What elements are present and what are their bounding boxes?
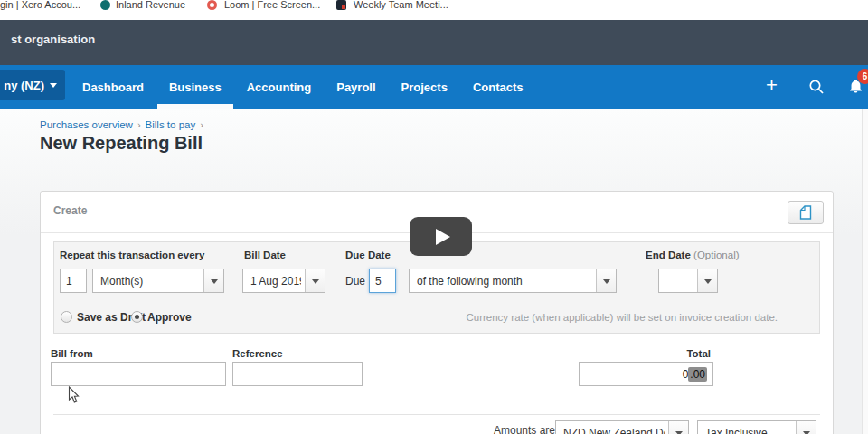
due-prefix: Due	[345, 275, 365, 288]
total-input[interactable]: 0 .00	[579, 362, 713, 386]
breadcrumb-separator: ›	[137, 119, 141, 130]
scrollbar[interactable]	[862, 108, 868, 434]
total-value: 0	[683, 368, 689, 381]
repeat-interval-input[interactable]	[60, 269, 87, 293]
organisation-bar: st organisation	[0, 20, 868, 65]
quick-add-button[interactable]: +	[766, 73, 778, 97]
currency-select[interactable]: NZD New Zealand Dollar	[555, 420, 689, 434]
bill-date-label: Bill Date	[244, 250, 286, 260]
bill-from-input[interactable]	[51, 362, 226, 386]
approve-radio[interactable]	[131, 311, 143, 323]
currency-note: Currency rate (when applicable) will be …	[466, 312, 778, 323]
nav-item-payroll[interactable]: Payroll	[336, 65, 375, 108]
total-value-selected: .00	[688, 367, 707, 382]
caret-down-icon	[596, 269, 616, 292]
bill-from-label: Bill from	[51, 348, 93, 359]
page-title: New Repeating Bill	[40, 133, 203, 154]
end-date-label: End Date (Optional)	[646, 250, 740, 260]
repeat-label: Repeat this transaction every	[60, 250, 204, 260]
bookmark-inland-revenue[interactable]: Inland Revenue	[116, 0, 185, 10]
breadcrumb: Purchases overview›Bills to pay›	[40, 119, 208, 130]
total-label: Total	[686, 348, 711, 359]
tax-select[interactable]: Tax Inclusive	[697, 420, 816, 434]
org-selector-dropdown[interactable]: ny (NZ)	[0, 70, 65, 100]
nav-item-business[interactable]: Business	[169, 65, 222, 108]
video-play-button[interactable]	[410, 217, 472, 256]
bookmark-weekly-meeting[interactable]: Weekly Team Meeti...	[354, 0, 448, 10]
loom-icon	[207, 0, 217, 10]
bookmark-loom[interactable]: Loom | Free Screen...	[224, 0, 320, 10]
browser-bookmarks-bar: gin | Xero Accou... Inland Revenue Loom …	[0, 0, 868, 20]
document-icon	[799, 205, 812, 220]
end-date-select[interactable]	[658, 269, 718, 293]
breadcrumb-separator: ›	[200, 119, 203, 130]
chevron-down-icon	[50, 83, 57, 88]
nav-menu: Dashboard Business Accounting Payroll Pr…	[82, 65, 524, 108]
bookmark-xero-login[interactable]: gin | Xero Accou...	[0, 0, 80, 10]
play-icon	[436, 229, 450, 245]
org-selector-label: ny (NZ)	[4, 79, 44, 92]
search-icon[interactable]	[808, 79, 825, 99]
bill-date-select[interactable]: 1 Aug 2019	[242, 269, 326, 293]
due-rule-select[interactable]: of the following month	[409, 269, 617, 293]
main-nav: ny (NZ) Dashboard Business Accounting Pa…	[0, 65, 868, 108]
save-as-draft-radio[interactable]	[61, 311, 72, 323]
nav-item-accounting[interactable]: Accounting	[247, 65, 312, 108]
reference-label: Reference	[232, 348, 283, 359]
organisation-name: st organisation	[11, 33, 95, 46]
end-date-optional-hint: (Optional)	[693, 250, 740, 260]
nav-item-dashboard[interactable]: Dashboard	[82, 65, 144, 108]
reference-input[interactable]	[232, 362, 363, 386]
caret-down-icon	[305, 269, 325, 292]
caret-down-icon	[203, 269, 223, 292]
caret-down-icon	[697, 269, 717, 292]
caret-down-icon	[796, 421, 816, 434]
caret-down-icon	[668, 421, 688, 434]
inland-revenue-icon	[100, 0, 110, 10]
breadcrumb-purchases-overview[interactable]: Purchases overview	[40, 119, 133, 130]
approve-label[interactable]: Approve	[147, 311, 192, 324]
nav-item-projects[interactable]: Projects	[401, 65, 448, 108]
nav-item-contacts[interactable]: Contacts	[473, 65, 524, 108]
repeat-unit-select[interactable]: Month(s)	[92, 269, 224, 293]
divider	[53, 414, 820, 415]
mouse-cursor	[68, 386, 80, 408]
breadcrumb-bills-to-pay[interactable]: Bills to pay	[146, 119, 196, 130]
amounts-are-label: Amounts are:	[494, 424, 558, 434]
panel-header: Create	[53, 204, 87, 217]
notification-count-badge: 6	[857, 69, 868, 84]
calendar-icon	[336, 0, 346, 10]
copy-document-button[interactable]	[788, 201, 824, 224]
due-day-input[interactable]	[369, 269, 396, 293]
due-date-label: Due Date	[345, 250, 391, 260]
